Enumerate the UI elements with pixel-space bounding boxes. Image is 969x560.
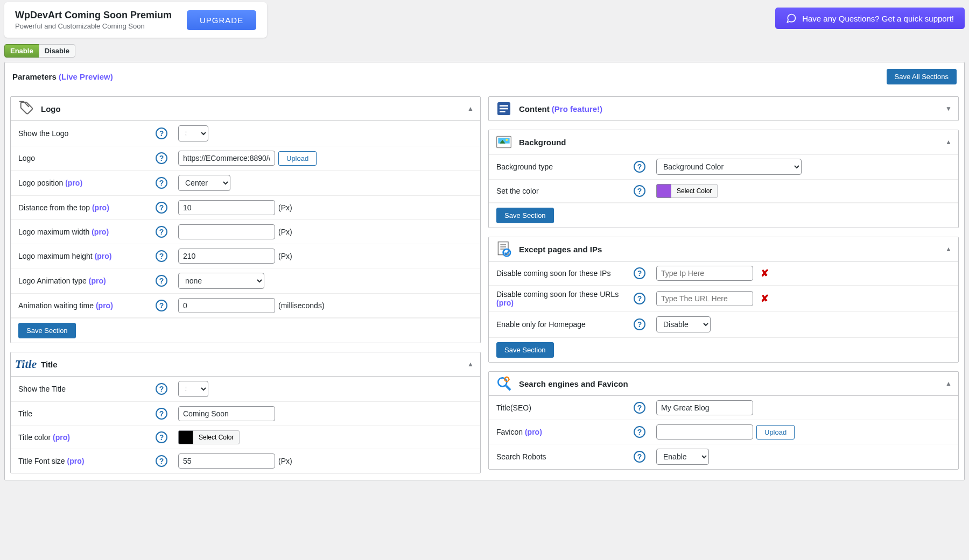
anim-type-label: Logo Animation type (pro) [18,277,156,285]
help-icon[interactable]: ? [156,226,167,238]
section-content: Content (Pro feature!) ▼ [488,96,959,121]
help-icon[interactable]: ? [634,451,645,463]
section-seo-title: Search engines and Favicon [519,379,628,388]
except-urls-input[interactable] [656,291,753,306]
help-icon[interactable]: ? [156,455,167,467]
help-icon[interactable]: ? [634,402,645,414]
title-input[interactable] [178,406,275,421]
help-icon[interactable]: ? [156,177,167,189]
select-title-color-button[interactable]: Select Color [193,430,240,444]
section-background: Background ▲ Background type ? Backgroun… [488,130,959,228]
svg-point-7 [505,139,508,141]
bg-color-swatch[interactable] [656,184,671,198]
section-title-header[interactable]: Title Title ▲ [11,352,480,377]
svg-rect-3 [500,111,505,112]
help-icon[interactable]: ? [634,318,645,330]
title-font-input[interactable] [178,453,275,469]
section-title-title: Title [41,360,58,369]
bg-type-label: Background type [496,162,634,171]
homepage-only-select[interactable]: Disable [656,316,711,332]
seo-title-label: Title(SEO) [496,403,634,412]
support-label: Have any Questions? Get a quick support! [802,14,954,23]
remove-icon[interactable]: ✘ [761,293,769,304]
help-icon[interactable]: ? [156,383,167,395]
px-unit: (Px) [278,252,292,260]
help-icon[interactable]: ? [634,293,645,304]
help-icon[interactable]: ? [634,185,645,197]
bg-color-label: Set the color [496,187,634,195]
upload-logo-button[interactable]: Upload [278,151,317,166]
live-preview-link[interactable]: (Live Preview) [59,72,113,81]
seo-title-input[interactable] [656,400,753,415]
anim-wait-input[interactable] [178,298,275,313]
robots-label: Search Robots [496,452,634,461]
except-ips-input[interactable] [656,266,753,281]
bg-type-select[interactable]: Background Color [656,159,802,175]
section-seo: Search engines and Favicon ▲ Title(SEO) … [488,371,959,470]
show-logo-select[interactable]: Show [178,125,208,141]
logo-url-input[interactable] [178,151,275,166]
save-all-button[interactable]: Save All Sections [887,69,957,84]
distance-input[interactable] [178,200,275,215]
help-icon[interactable]: ? [634,267,645,279]
help-icon[interactable]: ? [156,300,167,311]
max-width-input[interactable] [178,224,275,239]
save-section-logo[interactable]: Save Section [18,323,76,338]
help-icon[interactable]: ? [634,161,645,173]
px-unit: (Px) [278,203,292,212]
show-title-label: Show the Title [18,385,156,393]
disable-button[interactable]: Disable [39,44,75,58]
search-gear-icon [495,375,512,392]
support-button[interactable]: Have any Questions? Get a quick support! [775,8,965,29]
select-bg-color-button[interactable]: Select Color [671,184,718,198]
title-font-label: Title Font size (pro) [18,457,156,465]
section-title: Title Title ▲ Show the Title ? Show Titl… [10,352,481,473]
content-icon [495,100,512,117]
section-background-title: Background [519,138,566,147]
section-content-header[interactable]: Content (Pro feature!) ▼ [489,97,958,120]
ms-unit: (milliseconds) [278,301,325,310]
max-height-label: Logo maximum height (pro) [18,252,156,260]
params-title: Parameters (Live Preview) [12,72,113,81]
section-except-header[interactable]: Except pages and IPs ▲ [489,237,958,261]
show-title-select[interactable]: Show [178,381,208,397]
max-height-input[interactable] [178,249,275,264]
help-icon[interactable]: ? [634,426,645,438]
title-label: Title [18,409,156,418]
help-icon[interactable]: ? [156,152,167,164]
favicon-label: Favicon (pro) [496,428,634,436]
section-seo-header[interactable]: Search engines and Favicon ▲ [489,372,958,396]
anim-type-select[interactable]: none [178,273,264,289]
logo-label: Logo [18,154,156,162]
list-check-icon [495,240,512,258]
help-icon[interactable]: ? [156,202,167,214]
section-content-title: Content (Pro feature!) [519,104,602,114]
help-icon[interactable]: ? [156,275,167,287]
help-icon[interactable]: ? [156,250,167,262]
help-icon[interactable]: ? [156,127,167,139]
section-background-header[interactable]: Background ▲ [489,130,958,154]
chevron-up-icon: ▲ [467,105,474,112]
logo-position-select[interactable]: Center [178,175,230,191]
robots-select[interactable]: Enable [656,449,709,465]
upgrade-card: WpDevArt Coming Soon Premium Powerful an… [4,2,267,38]
upgrade-button[interactable]: UPGRADE [187,10,256,30]
remove-icon[interactable]: ✘ [761,267,769,279]
chevron-down-icon: ▼ [945,105,952,112]
save-section-except[interactable]: Save Section [496,342,554,358]
help-icon[interactable]: ? [156,431,167,443]
favicon-input[interactable] [656,424,753,440]
section-logo-title: Logo [41,104,61,114]
chevron-up-icon: ▲ [945,380,952,387]
help-icon[interactable]: ? [156,408,167,420]
show-logo-label: Show the Logo [18,129,156,138]
upload-favicon-button[interactable]: Upload [756,425,795,440]
svg-line-14 [506,386,510,390]
enable-button[interactable]: Enable [4,44,39,58]
homepage-only-label: Enable only for Homepage [496,320,634,329]
section-logo-header[interactable]: Logo ▲ [11,97,480,121]
title-icon: Title [17,356,34,373]
svg-point-13 [498,378,507,386]
save-section-background[interactable]: Save Section [496,208,554,223]
title-color-swatch[interactable] [178,430,193,444]
